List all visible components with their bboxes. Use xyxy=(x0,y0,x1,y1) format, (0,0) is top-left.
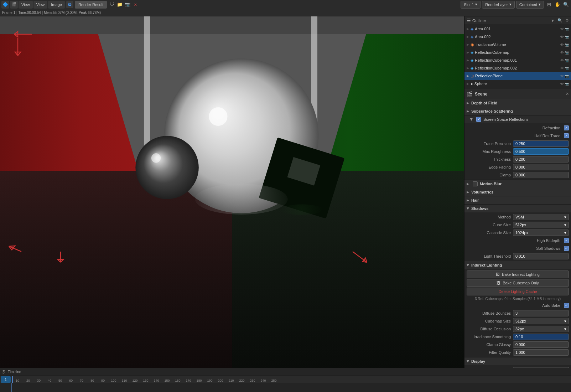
area001-render-icon[interactable]: 📷 xyxy=(565,27,569,31)
prop-close-icon[interactable]: ✕ xyxy=(566,92,569,96)
outliner-item-area001[interactable]: ▶ ◈ Area.001 👁 📷 xyxy=(464,25,571,33)
method-label: Method xyxy=(467,215,513,219)
cubemap-size-dropdown[interactable]: 512px ▾ xyxy=(513,318,569,324)
method-dropdown[interactable]: VSM ▾ xyxy=(513,214,569,220)
ssr-content: Refraction Half Res Trace Trace Precisio… xyxy=(464,123,571,180)
render-result-tab[interactable]: Render Result xyxy=(75,1,107,9)
refcube001-vis-icon[interactable]: 👁 xyxy=(560,58,564,62)
ssr-checkbox[interactable] xyxy=(476,117,481,122)
current-frame-indicator[interactable]: 1 xyxy=(1,376,11,383)
status-bar: Frame:1 | Time:00:00.54 | Mem:55.07M (0.… xyxy=(0,9,571,16)
dof-triangle: ▶ xyxy=(467,101,469,105)
filter-quality-value[interactable]: 1.000 xyxy=(513,349,569,356)
zoom-tool-icon[interactable]: 🔍 xyxy=(562,1,570,8)
filter-icon[interactable]: ▼ xyxy=(551,19,555,23)
slot-dropdown[interactable]: Slot 1 ▾ xyxy=(461,1,481,9)
depth-of-field-header[interactable]: ▶ Depth of Field xyxy=(464,99,571,107)
high-bitdepth-checkbox[interactable] xyxy=(564,238,569,243)
il-title: Indirect Lighting xyxy=(471,263,502,267)
refcube002-render-icon[interactable]: 📷 xyxy=(565,66,569,70)
ssr-header[interactable]: ▶ Screen Space Reflections xyxy=(464,115,571,123)
renderlayer-dropdown[interactable]: RenderLayer ▾ xyxy=(482,1,515,9)
area002-render-icon[interactable]: 📷 xyxy=(565,35,569,39)
shadows-header[interactable]: ▶ Shadows xyxy=(464,205,571,212)
refraction-checkbox[interactable] xyxy=(564,125,569,130)
indirect-lighting-header[interactable]: ▶ Indirect Lighting xyxy=(464,261,571,269)
motion-blur-checkbox[interactable] xyxy=(473,181,478,186)
scene-prop-icon[interactable]: 🎬 xyxy=(467,91,473,97)
irr-vis-icon[interactable]: 👁 xyxy=(560,43,564,47)
outliner-item-refcube[interactable]: ▶ ◈ ReflectionCubemap 👁 📷 xyxy=(464,48,571,56)
motion-blur-section: ▶ Motion Blur xyxy=(464,180,571,188)
outliner-item-refcube002[interactable]: ▶ ◈ ReflectionCubemap.002 👁 📷 xyxy=(464,64,571,72)
ssr-clamp-row: Clamp 0.000 xyxy=(464,171,571,179)
light-threshold-value[interactable]: 0.010 xyxy=(513,253,569,259)
outliner-options-icon[interactable]: ⚙ xyxy=(565,18,569,23)
diffuse-bounces-row: Diffuse Bounces 3 xyxy=(464,309,571,317)
display-options-icon[interactable]: ⊞ xyxy=(545,1,552,8)
refcube-render-icon[interactable]: 📷 xyxy=(565,51,569,55)
refcube002-name: ReflectionCubemap.002 xyxy=(475,66,559,70)
high-bitdepth-label: High Bitdepth xyxy=(537,238,560,243)
max-roughness-value[interactable]: 0.500 xyxy=(513,148,569,155)
hand-tool-icon[interactable]: ✋ xyxy=(554,1,561,8)
bake-indirect-btn[interactable]: 🖼 Bake Indirect Lighting xyxy=(467,270,569,278)
hair-header[interactable]: ▶ Hair xyxy=(464,196,571,204)
refcube-icon: ◈ xyxy=(471,50,473,55)
sphere-render-icon[interactable]: 📷 xyxy=(565,82,569,86)
auto-bake-label: Auto Bake xyxy=(542,303,560,308)
timeline-ruler[interactable]: 1 10 20 30 40 50 60 70 80 90 100 110 120 xyxy=(0,376,571,392)
half-res-checkbox[interactable] xyxy=(564,133,569,138)
trace-precision-value[interactable]: 0.250 xyxy=(513,140,569,147)
irradiance-smoothing-row: Irradiance Smoothing 0.10 xyxy=(464,333,571,341)
folder-icon[interactable]: 📁 xyxy=(116,1,123,8)
edge-fading-value[interactable]: 0.000 xyxy=(513,164,569,170)
blender-logo[interactable]: 🔷 xyxy=(1,1,9,9)
outliner-item-sphere[interactable]: ▶ ● Sphere 👁 📷 xyxy=(464,80,571,88)
ssr-clamp-value[interactable]: 0.000 xyxy=(513,172,569,178)
viewport[interactable] xyxy=(0,16,464,368)
refplane-render-icon[interactable]: 📷 xyxy=(565,74,569,78)
view-menu-1[interactable]: View xyxy=(19,1,33,9)
image-menu[interactable]: Image xyxy=(48,1,65,9)
outliner-item-refplane[interactable]: ▶ ⊞ ReflectionPlane 👁 📷 xyxy=(464,72,571,80)
thickness-value[interactable]: 0.200 xyxy=(513,156,569,163)
outliner-item-irr[interactable]: ▶ ◉ IrradianceVolume 👁 📷 xyxy=(464,41,571,48)
irradiance-smoothing-label: Irradiance Smoothing xyxy=(467,335,513,339)
display-header[interactable]: ▶ Display xyxy=(464,357,571,365)
refplane-icon: ⊞ xyxy=(471,74,474,78)
outliner-item-refcube001[interactable]: ▶ ◈ ReflectionCubemap.001 👁 📷 xyxy=(464,56,571,64)
irr-render-icon[interactable]: 📷 xyxy=(565,43,569,47)
motion-blur-header[interactable]: ▶ Motion Blur xyxy=(464,180,571,188)
shield-icon[interactable]: 🛡 xyxy=(108,1,115,8)
lighting-info: 3 Ref. Cubemaps, 0 Irr. Samples (34.1 MB… xyxy=(464,296,571,301)
area001-vis-icon[interactable]: 👁 xyxy=(560,27,564,31)
editor-type-menu[interactable]: 🎬 xyxy=(10,1,18,9)
sphere-icon: ● xyxy=(471,82,473,86)
area002-vis-icon[interactable]: 👁 xyxy=(560,35,564,39)
combined-dropdown[interactable]: Combined ▾ xyxy=(516,1,544,9)
diffuse-occlusion-dropdown[interactable]: 32px ▾ xyxy=(513,326,569,332)
outliner-item-area002[interactable]: ▶ ◈ Area.002 👁 📷 xyxy=(464,33,571,41)
clamp-glossy-value[interactable]: 0.000 xyxy=(513,341,569,348)
refcube-vis-icon[interactable]: 👁 xyxy=(560,51,564,55)
auto-bake-checkbox[interactable] xyxy=(564,303,569,308)
cascade-size-dropdown[interactable]: 1024px ▾ xyxy=(513,229,569,236)
view-menu-2[interactable]: View xyxy=(33,1,48,9)
bake-cubemap-btn[interactable]: 🖼 Bake Cubemap Only xyxy=(467,279,569,287)
irradiance-smoothing-value[interactable]: 0.10 xyxy=(513,334,569,340)
delete-lighting-btn[interactable]: Delete Lighting Cache xyxy=(467,288,569,295)
close-tab-icon[interactable]: × xyxy=(132,1,139,8)
cube-size-dropdown[interactable]: 512px ▾ xyxy=(513,222,569,228)
volumetrics-header[interactable]: ▶ Volumetrics xyxy=(464,188,571,196)
refcube002-vis-icon[interactable]: 👁 xyxy=(560,66,564,70)
refcube001-render-icon[interactable]: 📷 xyxy=(565,58,569,62)
refplane-vis-icon[interactable]: 👁 xyxy=(560,74,564,78)
outliner-header: ☰ Outliner ▼ 🔍 ⚙ xyxy=(464,16,571,25)
search-icon[interactable]: 🔍 xyxy=(557,18,562,23)
subsurface-header[interactable]: ▶ Subsurface Scattering xyxy=(464,107,571,115)
diffuse-bounces-value[interactable]: 3 xyxy=(513,310,569,316)
soft-shadows-checkbox[interactable] xyxy=(564,246,569,251)
camera-icon[interactable]: 📷 xyxy=(124,1,131,8)
sphere-vis-icon[interactable]: 👁 xyxy=(560,82,564,86)
